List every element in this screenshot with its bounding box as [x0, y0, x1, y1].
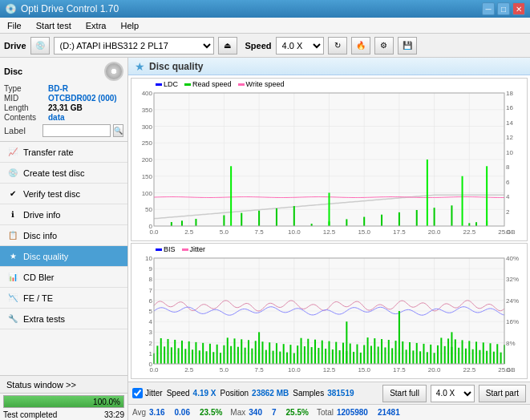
- status-text-row: Test completed 33:29: [0, 410, 127, 420]
- legend-read-label: Read speed: [192, 80, 232, 88]
- content-icon: ★: [135, 60, 145, 73]
- disc-contents-row: Contents data: [4, 113, 123, 122]
- speed-info: Speed 4.19 X: [167, 389, 216, 398]
- status-window-label: Status window >>: [6, 380, 76, 390]
- cd-bler-icon: 📊: [6, 271, 19, 284]
- bis-total: 21481: [378, 408, 400, 417]
- sidebar-item-drive-info[interactable]: ℹ Drive info: [0, 204, 127, 225]
- menu-start-test[interactable]: Start test: [33, 20, 75, 31]
- sidebar: Disc Type BD-R MID OTCBDR002 (000) Lengt…: [0, 58, 128, 420]
- legend-bis: BIS: [156, 245, 176, 253]
- transfer-rate-icon: 📈: [6, 146, 19, 159]
- status-section: Status window >> 100.0% Test completed 3…: [0, 375, 127, 420]
- sidebar-item-verify-test-disc[interactable]: ✔ Verify test disc: [0, 184, 127, 204]
- legend-write-speed: Write speed: [238, 80, 285, 88]
- disc-length-label: Length: [4, 103, 48, 112]
- start-full-button[interactable]: Start full: [382, 385, 427, 402]
- legend-read-speed: Read speed: [184, 80, 232, 88]
- chart2-canvas: [131, 244, 527, 378]
- bottom-speed-select[interactable]: 4.0 X: [431, 385, 475, 402]
- speed-label: Speed: [245, 41, 272, 50]
- samples-info: Samples 381519: [293, 389, 354, 398]
- menu-help[interactable]: Help: [117, 20, 142, 31]
- chart1-canvas: [131, 79, 527, 240]
- extra-tests-label: Extra tests: [23, 314, 65, 324]
- disc-mid-label: MID: [4, 94, 48, 103]
- bottom-bar: Jitter Speed 4.19 X Position 23862 MB Sa…: [128, 382, 530, 404]
- content-header: ★ Disc quality: [128, 58, 530, 75]
- burn-btn[interactable]: 🔥: [351, 37, 370, 55]
- jitter-avg: 23.5%: [200, 408, 222, 417]
- drive-info-label: Drive info: [23, 210, 60, 220]
- create-test-disc-icon: 💿: [6, 167, 19, 180]
- fe-te-icon: 📉: [6, 292, 19, 305]
- legend-read-color: [184, 83, 191, 86]
- ldc-total: 1205980: [337, 408, 368, 417]
- drive-info-icon: ℹ: [6, 208, 19, 221]
- drive-label: Drive: [4, 41, 26, 50]
- toolbar: Drive 💿 (D:) ATAPI iHBS312 2 PL17 ⏏ Spee…: [0, 34, 530, 58]
- refresh-btn[interactable]: ↻: [328, 37, 347, 55]
- legend-write-color: [238, 83, 245, 86]
- extra-tests-icon: 🔧: [6, 313, 19, 325]
- eject-btn[interactable]: ⏏: [218, 37, 237, 55]
- legend-jitter-color: [182, 248, 188, 251]
- speed-select[interactable]: 4.0 X: [276, 37, 324, 55]
- close-button[interactable]: ✕: [512, 2, 525, 15]
- jitter-checkbox[interactable]: [132, 388, 143, 398]
- disc-icon: [104, 62, 123, 81]
- settings-btn[interactable]: ⚙: [374, 37, 394, 55]
- legend-jitter-label: Jitter: [190, 245, 206, 253]
- chart2-legend: BIS Jitter: [156, 245, 205, 253]
- status-time: 33:29: [104, 410, 124, 419]
- speed-info-label: Speed: [167, 389, 190, 398]
- stats-total-row: Total 1205980 21481: [317, 408, 400, 417]
- cd-bler-label: CD Bler: [23, 273, 55, 282]
- legend-bis-label: BIS: [164, 245, 176, 253]
- save-btn[interactable]: 💾: [398, 37, 417, 55]
- jitter-check-label[interactable]: Jitter: [132, 388, 163, 398]
- position-val: 23862 MB: [252, 389, 289, 398]
- jitter-label: Jitter: [145, 389, 163, 398]
- menu-file[interactable]: File: [4, 20, 25, 31]
- title-bar: 💿 Opti Drive Control 1.70 ─ □ ✕: [0, 0, 530, 18]
- app-title: Opti Drive Control 1.70: [21, 3, 119, 14]
- disc-type-label: Type: [4, 84, 48, 93]
- disc-label-btn[interactable]: 🔍: [113, 124, 123, 137]
- sidebar-item-create-test-disc[interactable]: 💿 Create test disc: [0, 163, 127, 184]
- legend-ldc-label: LDC: [164, 80, 178, 88]
- sidebar-item-transfer-rate[interactable]: 📈 Transfer rate: [0, 142, 127, 163]
- maximize-button[interactable]: □: [497, 2, 510, 15]
- disc-quality-label: Disc quality: [23, 252, 68, 261]
- legend-write-label: Write speed: [246, 80, 285, 88]
- progress-bar: 100.0%: [3, 395, 124, 408]
- drive-select[interactable]: (D:) ATAPI iHBS312 2 PL17: [54, 37, 214, 55]
- content-area: ★ Disc quality LDC Read speed: [128, 58, 530, 420]
- title-bar-left: 💿 Opti Drive Control 1.70: [5, 3, 119, 14]
- disc-panel-header: Disc: [4, 62, 123, 81]
- sidebar-item-extra-tests[interactable]: 🔧 Extra tests: [0, 309, 127, 329]
- legend-ldc: LDC: [156, 80, 178, 88]
- sidebar-item-fe-te[interactable]: 📉 FE / TE: [0, 288, 127, 309]
- sidebar-item-disc-info[interactable]: 📋 Disc info: [0, 225, 127, 246]
- ldc-max: 340: [249, 408, 262, 417]
- create-test-disc-label: Create test disc: [23, 168, 84, 178]
- chart1-wrapper: LDC Read speed Write speed: [131, 78, 528, 241]
- sidebar-item-cd-bler[interactable]: 📊 CD Bler: [0, 267, 127, 288]
- content-title: Disc quality: [149, 61, 203, 72]
- speed-info-val: 4.19 X: [193, 389, 216, 398]
- sidebar-item-disc-quality[interactable]: ★ Disc quality: [0, 246, 127, 267]
- disc-info-panel: Disc Type BD-R MID OTCBDR002 (000) Lengt…: [0, 58, 127, 142]
- status-window-btn[interactable]: Status window >>: [0, 376, 127, 394]
- menu-extra[interactable]: Extra: [83, 20, 110, 31]
- app-icon: 💿: [5, 3, 17, 14]
- fe-te-label: FE / TE: [23, 293, 53, 303]
- disc-mid-row: MID OTCBDR002 (000): [4, 94, 123, 103]
- charts-area: LDC Read speed Write speed: [128, 75, 530, 382]
- disc-panel-label: Disc: [4, 67, 22, 76]
- minimize-button[interactable]: ─: [482, 2, 495, 15]
- disc-label-input[interactable]: [42, 124, 111, 137]
- bottom-stats: Avg 3.16 0.06 23.5% Max 340 7 25.5% Tota…: [128, 404, 530, 420]
- start-part-button[interactable]: Start part: [479, 385, 526, 402]
- drive-icon-btn[interactable]: 💿: [30, 37, 50, 55]
